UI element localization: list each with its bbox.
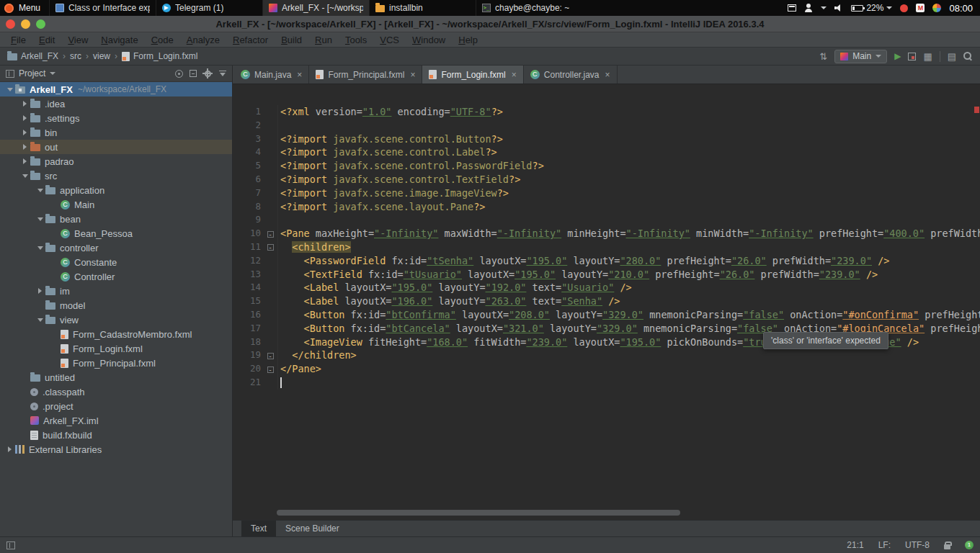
code-line-14[interactable]: 14 <Label layoutX="195.0" layoutY="192.0… [233, 281, 980, 295]
pinwheel-icon[interactable] [932, 4, 941, 12]
editor-tab-form-principal-fxml[interactable]: Form_Principal.fxml× [309, 66, 422, 84]
fold-marker-icon[interactable]: - [263, 362, 277, 376]
menu-file[interactable]: File [4, 35, 32, 45]
menu-refactor[interactable]: Refactor [226, 35, 275, 45]
expand-arrow-icon[interactable] [19, 144, 30, 150]
search-icon[interactable] [963, 52, 973, 61]
tree-item-form-cadastromembro-fxml[interactable]: Form_CadastroMembro.fxml [0, 327, 232, 341]
tree-item-untitled[interactable]: untitled [0, 370, 232, 385]
breadcrumb-arkell-fx[interactable]: Arkell_FX [7, 51, 58, 61]
caret-position-widget[interactable]: 21:1 [847, 540, 863, 550]
locate-icon[interactable] [175, 70, 183, 78]
fold-marker-icon[interactable]: - [263, 227, 277, 240]
line-separator-widget[interactable]: LF: [878, 540, 891, 550]
code-line-9[interactable]: 9 [233, 213, 980, 227]
menu-window[interactable]: Window [406, 35, 452, 45]
notification-icon[interactable] [900, 4, 908, 12]
tab-close-icon[interactable]: × [605, 70, 610, 80]
menu-view[interactable]: View [61, 35, 94, 45]
menu-run[interactable]: Run [308, 35, 339, 45]
tree-item-arkell-fx-iml[interactable]: Arkell_FX.iml [0, 413, 232, 428]
code-line-4[interactable]: 4<?import javafx.scene.control.Label?> [233, 145, 980, 159]
code-editor[interactable]: 1<?xml version="1.0" encoding="UTF-8"?>2… [233, 84, 980, 520]
tab-close-icon[interactable]: × [410, 70, 415, 80]
tree-item-constante[interactable]: CConstante [0, 255, 232, 269]
expand-arrow-icon[interactable] [35, 189, 45, 192]
code-line-3[interactable]: 3<?import javafx.scene.control.Button?> [233, 132, 980, 146]
expand-arrow-icon[interactable] [19, 115, 30, 121]
tree-item-out[interactable]: out [0, 140, 232, 154]
tree-item-controller[interactable]: controller [0, 240, 232, 255]
code-line-21[interactable]: 21 [233, 376, 980, 390]
tree-item-bean[interactable]: bean [0, 212, 232, 226]
editor-body[interactable]: 1<?xml version="1.0" encoding="UTF-8"?>2… [233, 84, 980, 520]
menu-edit[interactable]: Edit [32, 35, 61, 45]
tree-item-classpath[interactable]: .classpath [0, 385, 232, 399]
tree-item-padrao[interactable]: padrao [0, 154, 232, 168]
code-line-10[interactable]: 10-<Pane maxHeight="-Infinity" maxWidth=… [233, 227, 980, 240]
coverage-button[interactable] [908, 53, 916, 60]
breadcrumb-src[interactable]: src [70, 51, 81, 61]
code-line-2[interactable]: 2 [233, 119, 980, 132]
breadcrumb-form-login-fxml[interactable]: Form_Login.fxml [122, 51, 197, 61]
expand-arrow-icon[interactable] [4, 446, 15, 452]
hide-icon[interactable] [219, 70, 226, 77]
expand-arrow-icon[interactable] [19, 174, 30, 178]
run-button[interactable]: ▶ [894, 52, 901, 60]
menu-tools[interactable]: Tools [339, 35, 373, 45]
menu-code[interactable]: Code [145, 35, 180, 45]
code-line-8[interactable]: 8<?import javafx.scene.layout.Pane?> [233, 200, 980, 214]
expand-arrow-icon[interactable] [19, 158, 30, 164]
expand-arrow-icon[interactable] [35, 217, 45, 221]
window-stack-icon[interactable] [788, 4, 796, 12]
tab-close-icon[interactable]: × [297, 70, 302, 80]
code-line-11[interactable]: 11- <children> [233, 240, 980, 254]
battery-indicator[interactable]: 22% [851, 3, 892, 13]
taskbar-window-class-or-interface-exp[interactable]: Class or Interface exp... [49, 0, 156, 16]
code-line-19[interactable]: 19- </children> [233, 349, 980, 362]
gmail-icon[interactable]: M [916, 4, 925, 12]
editor-tab-controller-java[interactable]: CController.java× [524, 66, 618, 84]
horizontal-scrollbar[interactable] [277, 510, 680, 516]
tree-item-project[interactable]: .project [0, 399, 232, 413]
tree-item-form-login-fxml[interactable]: Form_Login.fxml [0, 341, 232, 356]
code-line-12[interactable]: 12 <PasswordField fx:id="tSenha" layoutX… [233, 254, 980, 268]
tree-item-bean-pessoa[interactable]: CBean_Pessoa [0, 226, 232, 240]
expand-arrow-icon[interactable] [4, 88, 15, 91]
tree-item-main[interactable]: CMain [0, 197, 232, 212]
clock[interactable]: 08:00 [949, 3, 973, 14]
code-line-5[interactable]: 5<?import javafx.scene.control.PasswordF… [233, 159, 980, 173]
volume-icon[interactable] [834, 4, 843, 12]
vcs-update-icon[interactable]: ⇅ [819, 52, 827, 61]
run-config-select[interactable]: Main [834, 50, 887, 63]
code-line-16[interactable]: 16 <Button fx:id="btConfirma" layoutX="2… [233, 308, 980, 322]
expand-arrow-icon[interactable] [35, 288, 45, 294]
fold-marker-icon[interactable]: - [263, 240, 277, 254]
editor-tab-form-login-fxml[interactable]: Form_Login.fxml× [422, 66, 523, 84]
encoding-widget[interactable]: UTF-8 [905, 540, 930, 550]
code-line-7[interactable]: 7<?import javafx.scene.image.ImageView?> [233, 186, 980, 200]
tree-item-src[interactable]: src [0, 168, 232, 183]
error-stripe-mark[interactable] [974, 107, 979, 113]
expand-arrow-icon[interactable] [19, 130, 30, 135]
tab-close-icon[interactable]: × [512, 70, 517, 80]
tree-item-im[interactable]: im [0, 284, 232, 298]
fold-marker-icon[interactable]: - [263, 349, 277, 362]
menu-help[interactable]: Help [452, 35, 484, 45]
expand-arrow-icon[interactable] [35, 246, 45, 250]
expand-arrow-icon[interactable] [35, 318, 45, 322]
taskbar-window-telegram-1[interactable]: Telegram (1) [156, 0, 262, 16]
tree-item-arkell-fx[interactable]: Arkell_FX~/workspace/Arkell_FX [0, 82, 232, 96]
menu-vcs[interactable]: VCS [373, 35, 406, 45]
chevron-down-icon[interactable] [50, 72, 55, 75]
code-line-1[interactable]: 1<?xml version="1.0" encoding="UTF-8"?> [233, 105, 980, 119]
code-line-6[interactable]: 6<?import javafx.scene.control.TextField… [233, 173, 980, 186]
taskbar-window-installbin[interactable]: installbin [369, 0, 476, 16]
project-panel-title[interactable]: Project [19, 68, 45, 78]
toolwindow-switcher-icon[interactable] [6, 541, 15, 549]
tree-item-external-libraries[interactable]: External Libraries [0, 442, 232, 457]
tree-item-view[interactable]: view [0, 313, 232, 327]
layout-grid-button[interactable]: ▤ [948, 52, 956, 61]
user-icon[interactable] [804, 4, 813, 12]
code-line-15[interactable]: 15 <Label layoutX="196.0" layoutY="263.0… [233, 295, 980, 308]
